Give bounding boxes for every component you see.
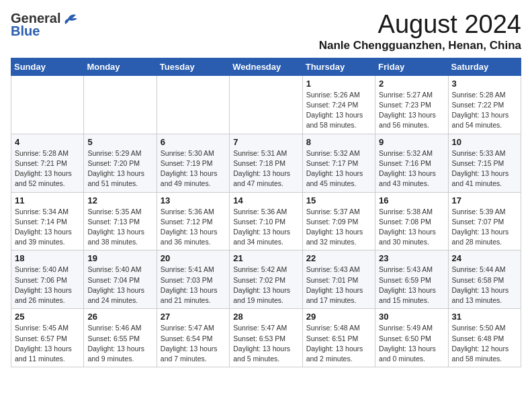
- calendar-cell: 10Sunrise: 5:33 AMSunset: 7:15 PMDayligh…: [448, 134, 521, 192]
- day-info: Sunrise: 5:36 AMSunset: 7:10 PMDaylight:…: [233, 207, 298, 248]
- day-info: Sunrise: 5:40 AMSunset: 7:06 PMDaylight:…: [15, 265, 80, 306]
- day-number: 3: [452, 79, 517, 89]
- day-info: Sunrise: 5:28 AMSunset: 7:21 PMDaylight:…: [15, 148, 80, 189]
- day-number: 6: [161, 137, 226, 147]
- day-info: Sunrise: 5:36 AMSunset: 7:12 PMDaylight:…: [161, 207, 226, 248]
- day-info: Sunrise: 5:50 AMSunset: 6:48 PMDaylight:…: [452, 323, 517, 364]
- location-title: Nanle Chengguanzhen, Henan, China: [319, 39, 521, 52]
- calendar-cell: 16Sunrise: 5:38 AMSunset: 7:08 PMDayligh…: [375, 192, 448, 250]
- calendar-cell: 9Sunrise: 5:32 AMSunset: 7:16 PMDaylight…: [375, 134, 448, 192]
- calendar-cell: 18Sunrise: 5:40 AMSunset: 7:06 PMDayligh…: [11, 250, 84, 309]
- calendar-cell: 12Sunrise: 5:35 AMSunset: 7:13 PMDayligh…: [84, 192, 157, 250]
- day-info: Sunrise: 5:43 AMSunset: 7:01 PMDaylight:…: [306, 265, 371, 306]
- calendar-cell: 28Sunrise: 5:47 AMSunset: 6:53 PMDayligh…: [230, 309, 302, 367]
- calendar-cell: [84, 75, 157, 134]
- logo-blue-text: Blue: [11, 24, 40, 39]
- day-number: 4: [15, 137, 80, 147]
- day-number: 8: [306, 137, 371, 147]
- day-number: 27: [161, 312, 226, 322]
- title-block: August 2024 Nanle Chengguanzhen, Henan, …: [319, 11, 521, 52]
- day-number: 7: [233, 137, 298, 147]
- day-info: Sunrise: 5:35 AMSunset: 7:13 PMDaylight:…: [87, 207, 152, 248]
- calendar-cell: 21Sunrise: 5:42 AMSunset: 7:02 PMDayligh…: [230, 250, 302, 309]
- calendar-cell: 30Sunrise: 5:49 AMSunset: 6:50 PMDayligh…: [375, 309, 448, 367]
- day-info: Sunrise: 5:26 AMSunset: 7:24 PMDaylight:…: [306, 90, 371, 131]
- calendar-cell: 7Sunrise: 5:31 AMSunset: 7:18 PMDaylight…: [230, 134, 302, 192]
- logo: General Blue: [11, 11, 77, 39]
- weekday-header: Wednesday: [230, 58, 302, 75]
- logo-bird-icon: [62, 13, 77, 24]
- calendar-cell: 22Sunrise: 5:43 AMSunset: 7:01 PMDayligh…: [302, 250, 375, 309]
- day-info: Sunrise: 5:38 AMSunset: 7:08 PMDaylight:…: [379, 207, 444, 248]
- calendar-cell: 15Sunrise: 5:37 AMSunset: 7:09 PMDayligh…: [302, 192, 375, 250]
- calendar-week-row: 11Sunrise: 5:34 AMSunset: 7:14 PMDayligh…: [11, 192, 521, 250]
- day-number: 22: [306, 253, 371, 263]
- calendar-cell: 13Sunrise: 5:36 AMSunset: 7:12 PMDayligh…: [157, 192, 229, 250]
- month-title: August 2024: [319, 11, 521, 39]
- weekday-header: Thursday: [302, 58, 375, 75]
- calendar-cell: [230, 75, 302, 134]
- day-number: 18: [15, 253, 80, 263]
- day-number: 25: [15, 312, 80, 322]
- calendar-week-row: 25Sunrise: 5:45 AMSunset: 6:57 PMDayligh…: [11, 309, 521, 367]
- day-number: 21: [233, 253, 298, 263]
- day-info: Sunrise: 5:44 AMSunset: 6:58 PMDaylight:…: [452, 265, 517, 306]
- day-info: Sunrise: 5:47 AMSunset: 6:53 PMDaylight:…: [233, 323, 298, 364]
- day-info: Sunrise: 5:41 AMSunset: 7:03 PMDaylight:…: [161, 265, 226, 306]
- calendar-cell: 26Sunrise: 5:46 AMSunset: 6:55 PMDayligh…: [84, 309, 157, 367]
- day-info: Sunrise: 5:30 AMSunset: 7:19 PMDaylight:…: [161, 148, 226, 189]
- weekday-header: Saturday: [448, 58, 521, 75]
- calendar-cell: 11Sunrise: 5:34 AMSunset: 7:14 PMDayligh…: [11, 192, 84, 250]
- day-number: 19: [87, 253, 152, 263]
- day-info: Sunrise: 5:37 AMSunset: 7:09 PMDaylight:…: [306, 207, 371, 248]
- day-number: 11: [15, 195, 80, 205]
- calendar-cell: 24Sunrise: 5:44 AMSunset: 6:58 PMDayligh…: [448, 250, 521, 309]
- day-number: 28: [233, 312, 298, 322]
- day-number: 14: [233, 195, 298, 205]
- calendar-cell: 20Sunrise: 5:41 AMSunset: 7:03 PMDayligh…: [157, 250, 229, 309]
- day-number: 9: [379, 137, 444, 147]
- calendar: SundayMondayTuesdayWednesdayThursdayFrid…: [11, 58, 521, 367]
- calendar-cell: 23Sunrise: 5:43 AMSunset: 6:59 PMDayligh…: [375, 250, 448, 309]
- calendar-cell: [157, 75, 229, 134]
- header: General Blue August 2024 Nanle Chengguan…: [11, 11, 521, 52]
- day-info: Sunrise: 5:42 AMSunset: 7:02 PMDaylight:…: [233, 265, 298, 306]
- day-number: 16: [379, 195, 444, 205]
- calendar-cell: 14Sunrise: 5:36 AMSunset: 7:10 PMDayligh…: [230, 192, 302, 250]
- calendar-cell: 4Sunrise: 5:28 AMSunset: 7:21 PMDaylight…: [11, 134, 84, 192]
- day-info: Sunrise: 5:32 AMSunset: 7:17 PMDaylight:…: [306, 148, 371, 189]
- day-info: Sunrise: 5:43 AMSunset: 6:59 PMDaylight:…: [379, 265, 444, 306]
- weekday-header: Friday: [375, 58, 448, 75]
- day-number: 10: [452, 137, 517, 147]
- day-number: 5: [87, 137, 152, 147]
- calendar-cell: 29Sunrise: 5:48 AMSunset: 6:51 PMDayligh…: [302, 309, 375, 367]
- weekday-header: Monday: [84, 58, 157, 75]
- day-number: 12: [87, 195, 152, 205]
- day-info: Sunrise: 5:40 AMSunset: 7:04 PMDaylight:…: [87, 265, 152, 306]
- weekday-header: Tuesday: [157, 58, 229, 75]
- day-number: 17: [452, 195, 517, 205]
- day-number: 15: [306, 195, 371, 205]
- calendar-cell: [11, 75, 84, 134]
- calendar-cell: 19Sunrise: 5:40 AMSunset: 7:04 PMDayligh…: [84, 250, 157, 309]
- day-info: Sunrise: 5:34 AMSunset: 7:14 PMDaylight:…: [15, 207, 80, 248]
- calendar-cell: 3Sunrise: 5:28 AMSunset: 7:22 PMDaylight…: [448, 75, 521, 134]
- calendar-header-row: SundayMondayTuesdayWednesdayThursdayFrid…: [11, 58, 521, 75]
- day-info: Sunrise: 5:48 AMSunset: 6:51 PMDaylight:…: [306, 323, 371, 364]
- day-number: 30: [379, 312, 444, 322]
- day-info: Sunrise: 5:33 AMSunset: 7:15 PMDaylight:…: [452, 148, 517, 189]
- day-info: Sunrise: 5:47 AMSunset: 6:54 PMDaylight:…: [161, 323, 226, 364]
- calendar-week-row: 4Sunrise: 5:28 AMSunset: 7:21 PMDaylight…: [11, 134, 521, 192]
- calendar-week-row: 1Sunrise: 5:26 AMSunset: 7:24 PMDaylight…: [11, 75, 521, 134]
- day-number: 13: [161, 195, 226, 205]
- day-number: 26: [87, 312, 152, 322]
- day-info: Sunrise: 5:27 AMSunset: 7:23 PMDaylight:…: [379, 90, 444, 131]
- day-info: Sunrise: 5:31 AMSunset: 7:18 PMDaylight:…: [233, 148, 298, 189]
- day-info: Sunrise: 5:45 AMSunset: 6:57 PMDaylight:…: [15, 323, 80, 364]
- day-info: Sunrise: 5:39 AMSunset: 7:07 PMDaylight:…: [452, 207, 517, 248]
- calendar-cell: 8Sunrise: 5:32 AMSunset: 7:17 PMDaylight…: [302, 134, 375, 192]
- calendar-cell: 5Sunrise: 5:29 AMSunset: 7:20 PMDaylight…: [84, 134, 157, 192]
- day-number: 1: [306, 79, 371, 89]
- day-number: 2: [379, 79, 444, 89]
- calendar-week-row: 18Sunrise: 5:40 AMSunset: 7:06 PMDayligh…: [11, 250, 521, 309]
